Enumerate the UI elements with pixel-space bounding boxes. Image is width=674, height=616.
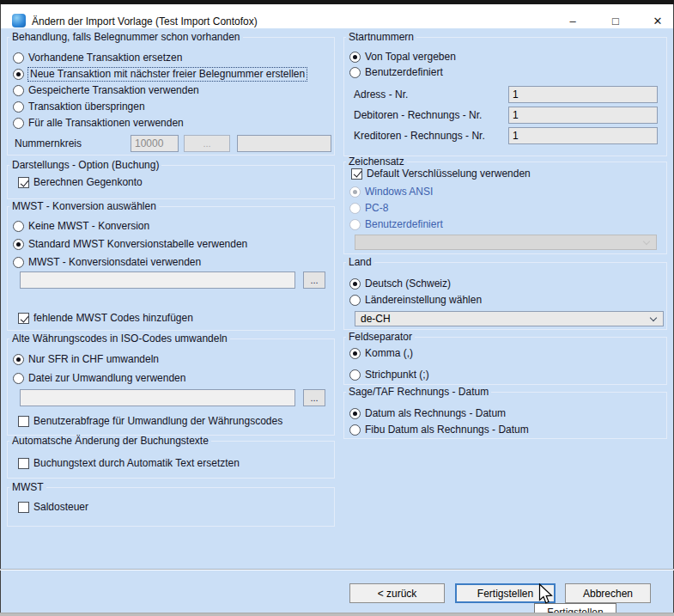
umwandlungsdatei-browse-button[interactable]: ... xyxy=(303,389,325,406)
radio-laendereinstellung-waehlen[interactable]: Ländereinstellung wählen xyxy=(344,292,666,308)
radio-selected-icon xyxy=(349,278,361,290)
nummernkreis-input[interactable] xyxy=(131,135,179,152)
minimize-icon: – xyxy=(569,15,575,27)
radio-selected-icon xyxy=(13,239,24,250)
radio-disabled-icon xyxy=(349,219,361,230)
window-title: Ändern der Import Vorlage (Test Import C… xyxy=(32,15,258,27)
group-waehrungscodes: Alte Währungscodes in ISO-Codes umwandel… xyxy=(7,338,335,436)
adress-nr-input[interactable] xyxy=(508,86,658,103)
checkbox-icon xyxy=(18,458,29,469)
zeichensatz-dropdown xyxy=(355,235,657,250)
group-mwst-konversion: MWST - Konversion auswählen Keine MWST -… xyxy=(7,206,335,331)
checkbox-icon xyxy=(18,416,29,427)
land-dropdown[interactable]: de-CH xyxy=(355,311,664,326)
app-icon xyxy=(12,14,26,27)
radio-benutzerdefiniert-startnummern[interactable]: Benutzerdefiniert xyxy=(344,64,666,80)
radio-vorhandene-transaktion[interactable]: Vorhandene Transaktion ersetzen xyxy=(8,50,334,66)
radio-datei-zur-umwandlung[interactable]: Datei zur Umwandlung verwenden xyxy=(8,369,334,387)
close-button[interactable]: ✕ xyxy=(644,12,671,29)
background-window-bottom xyxy=(0,613,674,616)
radio-gespeicherte-transaktion[interactable]: Gespeicherte Transaktion verwenden xyxy=(8,82,334,99)
radio-keine-mwst-konversion[interactable]: Keine MWST - Konversion xyxy=(8,217,334,235)
checkbox-icon xyxy=(18,502,29,513)
radio-deutsch-schweiz[interactable]: Deutsch (Schweiz) xyxy=(344,276,666,292)
group-feldseparator-title: Feldseparator xyxy=(346,332,415,343)
debitoren-rechnungs-nr-label: Debitoren - Rechnungs - Nr. xyxy=(344,109,504,121)
radio-selected-icon xyxy=(349,348,361,359)
footer-separator xyxy=(0,569,674,570)
checkbox-saldosteuer[interactable]: Saldosteuer xyxy=(8,499,334,515)
group-sage-taf-datum: Sage/TAF Rechnungs - Datum Datum als Rec… xyxy=(343,392,667,439)
radio-selected-icon xyxy=(13,69,24,80)
nummernkreis-label: Nummernkreis xyxy=(8,137,126,149)
maximize-button[interactable]: □ xyxy=(602,12,629,29)
checkbox-checked-icon xyxy=(351,168,362,180)
radio-selected-icon xyxy=(349,408,361,419)
checkbox-fehlende-mwst-codes[interactable]: fehlende MWST Codes hinzufügen xyxy=(8,310,334,326)
group-behandlung-title: Behandlung, falls Belegnummer schon vorh… xyxy=(9,32,243,43)
group-mwst-title: MWST xyxy=(9,482,46,493)
group-mwst: MWST Saldosteuer xyxy=(7,487,335,527)
radio-benutzerdefiniert-zeichensatz: Benutzerdefiniert xyxy=(344,217,666,233)
radio-windows-ansi: Windows ANSI xyxy=(344,184,666,200)
radio-icon xyxy=(13,221,24,232)
radio-icon xyxy=(13,257,24,268)
radio-selected-icon xyxy=(13,354,24,365)
chevron-down-icon xyxy=(643,238,650,245)
screen: { "window": { "title": "Ändern der Impor… xyxy=(0,0,674,616)
nummernkreis-browse-button[interactable]: ... xyxy=(184,135,230,152)
checkbox-berechnen-gegenkonto[interactable]: Berechnen Gegenkonto xyxy=(8,174,334,191)
radio-nur-sfr-in-chf[interactable]: Nur SFR in CHF umwandeln xyxy=(8,350,334,369)
debitoren-rechnungs-nr-input[interactable] xyxy=(508,107,658,124)
mouse-cursor xyxy=(538,583,554,606)
radio-von-topal-vergeben[interactable]: Von Topal vergeben xyxy=(344,49,666,64)
radio-neue-transaktion[interactable]: Neue Transaktion mit nächster freier Bel… xyxy=(8,66,334,82)
radio-icon xyxy=(349,295,361,306)
nummernkreis-extra-input[interactable] xyxy=(237,135,331,152)
radio-icon xyxy=(349,67,361,78)
radio-icon xyxy=(13,52,24,64)
group-buchungstexte: Automatsche Änderung der Buchungstexte B… xyxy=(7,441,335,479)
radio-komma[interactable]: Komma (,) xyxy=(344,345,666,362)
checkbox-default-verschluesselung[interactable]: Default Verschlüsselung verwenden xyxy=(344,166,666,181)
kreditoren-rechnungs-nr-input[interactable] xyxy=(508,127,658,144)
radio-icon xyxy=(13,373,24,384)
group-startnummern: Startnummern Von Topal vergeben Benutzer… xyxy=(343,37,667,156)
group-darstellung-title: Darstellungs - Option (Buchung) xyxy=(9,160,161,171)
radio-pc8: PC-8 xyxy=(344,200,666,217)
group-zeichensatz: Zeichensatz Default Verschlüsselung verw… xyxy=(343,162,667,254)
adress-nr-label: Adress - Nr. xyxy=(344,88,504,101)
radio-disabled-icon xyxy=(349,203,361,214)
kreditoren-rechnungs-nr-label: Kreditoren - Rechnungs - Nr. xyxy=(344,130,504,142)
radio-mwst-konversionsdatei[interactable]: MWST - Konversionsdatei verwenden xyxy=(8,253,334,271)
radio-transaktion-ueberspringen[interactable]: Transaktion überspringen xyxy=(8,99,334,115)
radio-fuer-alle-transaktionen[interactable]: Für alle Transaktionen verwenden xyxy=(8,115,334,131)
group-waehrungscodes-title: Alte Währungscodes in ISO-Codes umwandel… xyxy=(9,333,230,345)
group-land-title: Land xyxy=(346,257,374,268)
radio-icon xyxy=(13,85,24,96)
radio-standard-mwst-tabelle[interactable]: Standard MWST Konversionstabelle verwend… xyxy=(8,235,334,253)
checkbox-benutzerabfrage[interactable]: Benutzerabfrage für Umwandlung der Währu… xyxy=(8,413,334,430)
checkbox-buchungstext-ersetzen[interactable]: Buchungstext durch Automatik Text ersetz… xyxy=(8,455,334,472)
checkbox-checked-icon xyxy=(18,313,29,324)
group-startnummern-title: Startnummern xyxy=(346,32,416,43)
back-button[interactable]: < zurück xyxy=(349,583,445,603)
group-land: Land Deutsch (Schweiz) Ländereinstellung… xyxy=(343,262,667,330)
group-mwst-konversion-title: MWST - Konversion auswählen xyxy=(9,201,159,212)
radio-strichpunkt[interactable]: Strichpunkt (;) xyxy=(344,367,666,383)
cancel-button[interactable]: Abbrechen xyxy=(565,583,651,603)
umwandlungsdatei-input[interactable] xyxy=(20,389,295,406)
radio-icon xyxy=(13,101,24,113)
group-sage-taf-datum-title: Sage/TAF Rechnungs - Datum xyxy=(346,387,491,398)
minimize-button[interactable]: – xyxy=(559,12,586,29)
group-darstellung: Darstellungs - Option (Buchung) Berechne… xyxy=(7,165,335,199)
titlebar: Ändern der Import Vorlage (Test Import C… xyxy=(0,4,674,28)
checkbox-checked-icon xyxy=(18,177,29,188)
radio-disabled-selected-icon xyxy=(349,186,361,198)
radio-datum-als-rechnungsdatum[interactable]: Datum als Rechnungs - Datum xyxy=(344,406,666,422)
land-dropdown-value: de-CH xyxy=(361,313,391,325)
radio-fibu-datum-als-rechnungsdatum[interactable]: Fibu Datum als Rechnungs - Datum xyxy=(344,422,666,438)
mwst-konversionsdatei-browse-button[interactable]: ... xyxy=(303,271,325,289)
mwst-konversionsdatei-input[interactable] xyxy=(20,271,295,289)
radio-selected-icon xyxy=(349,52,361,63)
